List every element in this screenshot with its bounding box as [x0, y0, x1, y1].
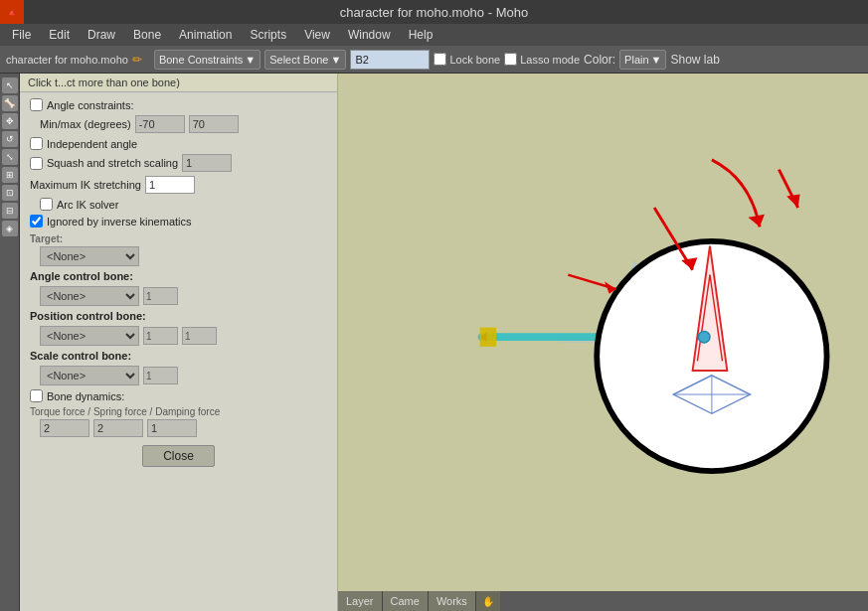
- minmax-label: Min/max (degrees): [40, 118, 131, 130]
- target-dropdown[interactable]: <None>: [40, 246, 139, 266]
- chevron-down-icon2: ▼: [331, 54, 342, 66]
- bone-constraints-dropdown[interactable]: Bone Constraints ▼: [154, 50, 260, 70]
- position-control-dropdown[interactable]: <None>: [40, 326, 139, 346]
- target-dropdown-row: <None>: [30, 246, 327, 266]
- bottom-bar: Layer Came Works ✋: [338, 591, 868, 611]
- layer-tab[interactable]: Layer: [338, 591, 383, 611]
- close-button-row: Close: [30, 445, 327, 467]
- toolbar: character for moho.moho ✏ Bone Constrain…: [0, 46, 868, 74]
- pencil-icon: ✏: [132, 53, 142, 67]
- squash-row: Squash and stretch scaling: [30, 154, 327, 172]
- position-num1[interactable]: [143, 327, 178, 345]
- tool-other2[interactable]: ⊡: [2, 185, 18, 201]
- scale-num[interactable]: [143, 367, 178, 384]
- doc-name: character for moho.moho: [6, 54, 128, 66]
- tool-rotate[interactable]: ↺: [2, 131, 18, 147]
- lasso-mode-label: Lasso mode: [504, 53, 580, 66]
- color-label: Color:: [584, 53, 615, 67]
- bone-dynamics-row: Bone dynamics:: [30, 389, 327, 402]
- arc-ik-checkbox[interactable]: [40, 198, 53, 211]
- lock-bone-label: Lock bone: [434, 53, 500, 66]
- menubar: File Edit Draw Bone Animation Scripts Vi…: [0, 24, 868, 46]
- position-control-header: Position control bone:: [30, 310, 327, 322]
- menu-file[interactable]: File: [4, 26, 39, 44]
- max-input[interactable]: [189, 115, 239, 133]
- tool-other3[interactable]: ⊟: [2, 203, 18, 219]
- menu-draw[interactable]: Draw: [80, 26, 123, 44]
- squash-input[interactable]: [182, 154, 232, 172]
- angle-control-row: <None>: [30, 286, 327, 306]
- ignored-ik-row: Ignored by inverse kinematics: [30, 215, 327, 228]
- angle-control-dropdown[interactable]: <None>: [40, 286, 139, 306]
- squash-checkbox[interactable]: [30, 157, 43, 170]
- minmax-row: Min/max (degrees): [30, 115, 327, 133]
- independent-angle-label: Independent angle: [47, 138, 137, 150]
- title: character for moho.moho - Moho: [340, 5, 528, 20]
- torque-label: Torque force / Spring force / Damping fo…: [30, 406, 327, 417]
- bone-dynamics-checkbox[interactable]: [30, 389, 43, 402]
- tool-bone[interactable]: 🦴: [2, 95, 18, 111]
- independent-angle-checkbox[interactable]: [30, 137, 43, 150]
- bone-constraints-panel: Click t...ct more than one bone) Angle c…: [20, 74, 338, 611]
- arc-ik-row: Arc IK solver: [30, 198, 327, 211]
- independent-angle-row: Independent angle: [30, 137, 327, 150]
- show-label: Show lab: [670, 53, 719, 67]
- tool-scale[interactable]: ⤡: [2, 149, 18, 165]
- panel-content: Angle constraints: Min/max (degrees) Ind…: [20, 92, 337, 611]
- target-header: Target:: [30, 233, 327, 244]
- scale-control-header: Scale control bone:: [30, 350, 327, 362]
- torque-row: [30, 419, 327, 437]
- damping-input[interactable]: [147, 419, 197, 437]
- tool-select[interactable]: ↖: [2, 77, 18, 93]
- ignored-ik-label: Ignored by inverse kinematics: [47, 216, 192, 228]
- menu-animation[interactable]: Animation: [171, 26, 240, 44]
- works-tab[interactable]: Works: [429, 591, 476, 611]
- menu-view[interactable]: View: [296, 26, 338, 44]
- select-bone-dropdown[interactable]: Select Bone ▼: [264, 50, 346, 70]
- bone-dynamics-label: Bone dynamics:: [47, 390, 124, 402]
- squash-label: Squash and stretch scaling: [47, 157, 178, 169]
- tool-other1[interactable]: ⊞: [2, 167, 18, 183]
- angle-constraints-checkbox[interactable]: [30, 98, 43, 111]
- lasso-mode-checkbox[interactable]: [504, 53, 517, 66]
- menu-edit[interactable]: Edit: [41, 26, 78, 44]
- hand-tool[interactable]: ✋: [476, 591, 500, 611]
- canvas-svg: [338, 74, 868, 611]
- position-num2[interactable]: [182, 327, 217, 345]
- angle-constraints-row: Angle constraints:: [30, 98, 327, 111]
- max-ik-row: Maximum IK stretching: [30, 176, 327, 194]
- spring-input[interactable]: [93, 419, 143, 437]
- menu-scripts[interactable]: Scripts: [242, 26, 294, 44]
- torque-input[interactable]: [40, 419, 89, 437]
- scale-control-row: <None>: [30, 366, 327, 385]
- min-input[interactable]: [135, 115, 185, 133]
- max-ik-input[interactable]: [145, 176, 195, 194]
- tool-other4[interactable]: ◈: [2, 221, 18, 236]
- menu-window[interactable]: Window: [340, 26, 399, 44]
- tool-move[interactable]: ✥: [2, 113, 18, 129]
- chevron-down-icon: ▼: [245, 54, 256, 66]
- chevron-down-icon3: ▼: [651, 54, 662, 66]
- svg-point-16: [698, 331, 710, 343]
- bone-name-input[interactable]: [350, 50, 430, 70]
- close-button[interactable]: Close: [142, 445, 215, 467]
- menu-bone[interactable]: Bone: [125, 26, 169, 44]
- position-control-row: <None>: [30, 326, 327, 346]
- arc-ik-label: Arc IK solver: [57, 199, 118, 211]
- color-dropdown[interactable]: Plain ▼: [619, 50, 666, 70]
- camera-tab[interactable]: Came: [383, 591, 429, 611]
- lock-bone-checkbox[interactable]: [434, 53, 446, 66]
- canvas-area[interactable]: Layer Came Works ✋: [338, 74, 868, 611]
- angle-control-num[interactable]: [143, 287, 178, 305]
- angle-constraints-label: Angle constraints:: [47, 99, 133, 111]
- angle-control-header: Angle control bone:: [30, 270, 327, 282]
- max-ik-label: Maximum IK stretching: [30, 179, 141, 191]
- scale-control-dropdown[interactable]: <None>: [40, 366, 139, 385]
- main-area: ↖ 🦴 ✥ ↺ ⤡ ⊞ ⊡ ⊟ ◈ Click t...ct more than…: [0, 74, 868, 611]
- menu-help[interactable]: Help: [401, 26, 441, 44]
- click-instruction: Click t...ct more than one bone): [20, 74, 337, 92]
- left-icon-strip: ↖ 🦴 ✥ ↺ ⤡ ⊞ ⊡ ⊟ ◈: [0, 74, 20, 611]
- logo-area: 🔺: [0, 0, 24, 24]
- ignored-ik-checkbox[interactable]: [30, 215, 43, 228]
